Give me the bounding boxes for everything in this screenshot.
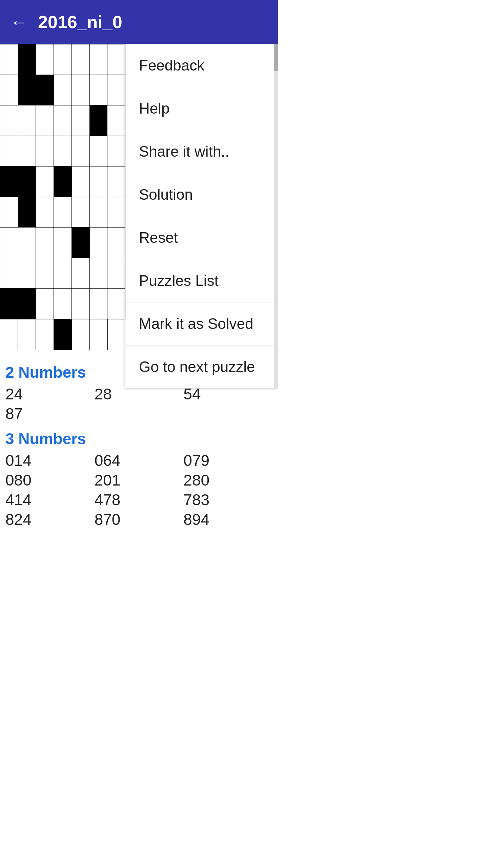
- grid-cell[interactable]: [18, 228, 36, 258]
- crossword-grid: [0, 44, 125, 319]
- grid-bottom-cell[interactable]: [90, 319, 108, 350]
- grid-cell[interactable]: [107, 289, 125, 319]
- number-value: 24: [5, 385, 95, 403]
- grid-cell[interactable]: [89, 166, 107, 197]
- grid-cell[interactable]: [54, 105, 72, 136]
- grid-cell[interactable]: [18, 75, 36, 105]
- grid-cell[interactable]: [54, 228, 72, 258]
- number-value: 079: [183, 451, 272, 470]
- grid-cell[interactable]: [89, 258, 107, 289]
- number-value: 280: [183, 471, 272, 489]
- grid-cell[interactable]: [89, 289, 107, 319]
- back-button[interactable]: ←: [10, 12, 28, 32]
- grid-cell[interactable]: [18, 44, 36, 75]
- grid-cell[interactable]: [36, 289, 54, 319]
- grid-cell[interactable]: [0, 166, 18, 197]
- grid-cell[interactable]: [18, 166, 36, 197]
- number-value: 064: [95, 451, 184, 470]
- grid-bottom-cell[interactable]: [18, 319, 36, 350]
- grid-cell[interactable]: [36, 75, 54, 105]
- grid-cell[interactable]: [54, 258, 72, 289]
- grid-cell[interactable]: [0, 44, 18, 75]
- menu-item-help[interactable]: Help: [125, 87, 278, 130]
- grid-cell[interactable]: [54, 44, 72, 75]
- grid-cell[interactable]: [89, 44, 107, 75]
- grid-cell[interactable]: [89, 75, 107, 105]
- two-numbers-row: 87: [5, 405, 272, 423]
- three-numbers-row: 824870894: [5, 510, 272, 529]
- grid-cell[interactable]: [107, 136, 125, 166]
- grid-cell[interactable]: [72, 228, 89, 258]
- grid-cell[interactable]: [36, 258, 54, 289]
- menu-item-mark-solved[interactable]: Mark it as Solved: [125, 302, 278, 346]
- menu-item-next-puzzle[interactable]: Go to next puzzle: [125, 346, 278, 389]
- grid-cell[interactable]: [18, 197, 36, 228]
- grid-bottom-cell[interactable]: [0, 319, 18, 350]
- grid-cell[interactable]: [18, 105, 36, 136]
- grid-cell[interactable]: [36, 136, 54, 166]
- grid-cell[interactable]: [72, 44, 89, 75]
- crossword-area: FeedbackHelpShare it with..SolutionReset…: [0, 44, 278, 350]
- grid-cell[interactable]: [107, 75, 125, 105]
- grid-cell[interactable]: [36, 197, 54, 228]
- grid-cell[interactable]: [72, 75, 89, 105]
- number-value: [183, 405, 272, 423]
- number-value: 870: [95, 510, 184, 529]
- menu-item-share[interactable]: Share it with..: [125, 130, 278, 173]
- three-numbers-row: 014064079: [5, 451, 272, 470]
- grid-cell[interactable]: [54, 166, 72, 197]
- grid-cell[interactable]: [36, 44, 54, 75]
- grid-cell[interactable]: [89, 105, 107, 136]
- number-value: 783: [183, 491, 272, 509]
- number-value: 080: [5, 471, 95, 489]
- grid-cell[interactable]: [72, 289, 89, 319]
- menu-item-puzzles-list[interactable]: Puzzles List: [125, 259, 278, 302]
- grid-cell[interactable]: [72, 197, 89, 228]
- grid-cell[interactable]: [72, 166, 89, 197]
- menu-item-solution[interactable]: Solution: [125, 173, 278, 216]
- grid-cell[interactable]: [107, 105, 125, 136]
- number-value: 894: [183, 510, 272, 529]
- menu-item-feedback[interactable]: Feedback: [125, 44, 278, 87]
- grid-bottom-cell[interactable]: [36, 319, 54, 350]
- grid-cell[interactable]: [54, 75, 72, 105]
- grid-cell[interactable]: [36, 228, 54, 258]
- grid-cell[interactable]: [107, 166, 125, 197]
- grid-cell[interactable]: [89, 136, 107, 166]
- grid-cell[interactable]: [107, 44, 125, 75]
- grid-cell[interactable]: [36, 166, 54, 197]
- grid-cell[interactable]: [0, 289, 18, 319]
- number-value: 87: [5, 405, 95, 423]
- three-numbers-row: 414478783: [5, 491, 272, 509]
- context-menu: FeedbackHelpShare it with..SolutionReset…: [125, 44, 278, 389]
- grid-cell[interactable]: [89, 197, 107, 228]
- grid-cell[interactable]: [89, 228, 107, 258]
- grid-cell[interactable]: [36, 105, 54, 136]
- grid-cell[interactable]: [54, 197, 72, 228]
- grid-cell[interactable]: [18, 258, 36, 289]
- grid-bottom-cell[interactable]: [72, 319, 90, 350]
- number-value: 414: [5, 491, 95, 509]
- grid-cell[interactable]: [0, 228, 18, 258]
- grid-cell[interactable]: [0, 105, 18, 136]
- grid-cell[interactable]: [107, 228, 125, 258]
- grid-cell[interactable]: [72, 136, 89, 166]
- page-title: 2016_ni_0: [38, 12, 122, 32]
- grid-cell[interactable]: [107, 197, 125, 228]
- grid-cell[interactable]: [54, 289, 72, 319]
- grid-cell[interactable]: [72, 105, 89, 136]
- grid-cell[interactable]: [0, 197, 18, 228]
- grid-cell[interactable]: [0, 136, 18, 166]
- grid-cell[interactable]: [54, 136, 72, 166]
- grid-cell[interactable]: [0, 258, 18, 289]
- grid-cell[interactable]: [72, 258, 89, 289]
- menu-item-reset[interactable]: Reset: [125, 216, 278, 259]
- grid-bottom-cell[interactable]: [54, 319, 72, 350]
- number-value: 824: [5, 510, 95, 529]
- grid-cell[interactable]: [107, 258, 125, 289]
- grid-cell[interactable]: [18, 289, 36, 319]
- number-value: 478: [95, 491, 184, 509]
- grid-cell[interactable]: [18, 136, 36, 166]
- grid-cell[interactable]: [0, 75, 18, 105]
- grid-bottom-cell[interactable]: [108, 319, 126, 350]
